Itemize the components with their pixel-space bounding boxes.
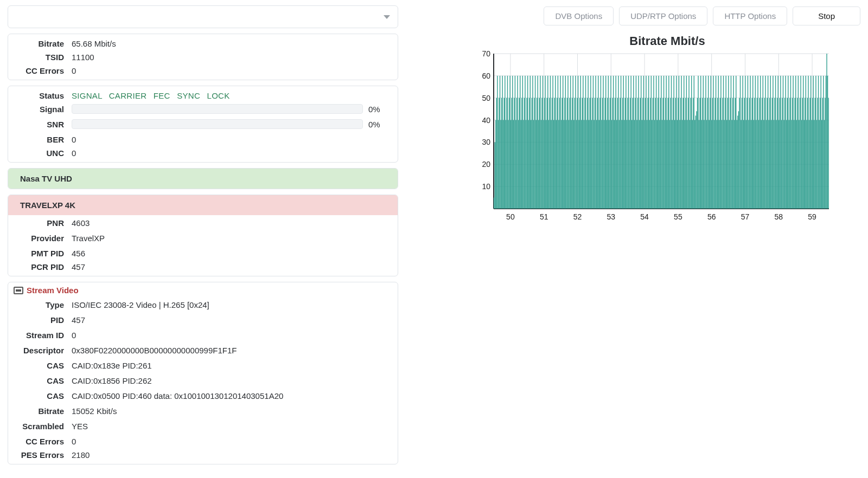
svg-rect-243 xyxy=(668,98,668,209)
svg-rect-412 xyxy=(809,98,810,209)
svg-rect-268 xyxy=(688,76,689,209)
svg-rect-282 xyxy=(700,76,701,209)
svg-text:40: 40 xyxy=(482,116,490,125)
svg-rect-176 xyxy=(611,120,612,209)
svg-rect-120 xyxy=(564,98,565,209)
svg-rect-416 xyxy=(813,76,814,209)
svg-rect-391 xyxy=(792,98,793,209)
svg-rect-341 xyxy=(750,76,750,209)
svg-rect-91 xyxy=(540,76,540,209)
svg-rect-354 xyxy=(761,120,762,209)
svg-rect-286 xyxy=(704,120,704,209)
svg-rect-125 xyxy=(569,120,569,209)
svg-rect-251 xyxy=(674,120,675,209)
svg-rect-128 xyxy=(571,120,571,209)
svg-rect-149 xyxy=(589,120,589,209)
snr-progressbar xyxy=(72,119,363,129)
svg-rect-44 xyxy=(500,120,501,209)
svg-rect-237 xyxy=(662,98,663,209)
svg-rect-211 xyxy=(641,76,641,209)
svg-rect-287 xyxy=(705,98,705,209)
svg-rect-75 xyxy=(526,98,527,209)
svg-rect-347 xyxy=(755,76,756,209)
svg-rect-130 xyxy=(573,76,573,209)
value-unc: 0 xyxy=(72,148,391,158)
dvb-options-button[interactable]: DVB Options xyxy=(544,7,614,25)
http-options-button[interactable]: HTTP Options xyxy=(713,7,787,25)
svg-rect-434 xyxy=(828,98,828,209)
svg-rect-89 xyxy=(538,120,539,209)
svg-rect-179 xyxy=(614,120,614,209)
value-signal: 0% xyxy=(368,105,391,114)
svg-rect-234 xyxy=(660,98,661,209)
svg-rect-66 xyxy=(519,98,519,209)
svg-rect-90 xyxy=(539,98,540,209)
svg-rect-308 xyxy=(722,98,723,209)
svg-rect-178 xyxy=(613,76,614,209)
label-pnr: PNR xyxy=(15,218,72,228)
svg-rect-223 xyxy=(651,76,652,209)
svg-rect-164 xyxy=(601,120,602,209)
stop-button[interactable]: Stop xyxy=(793,7,860,25)
svg-rect-192 xyxy=(625,98,626,209)
svg-rect-370 xyxy=(774,98,775,209)
svg-rect-404 xyxy=(803,76,803,209)
svg-rect-323 xyxy=(735,98,736,209)
svg-rect-272 xyxy=(692,120,693,209)
svg-rect-355 xyxy=(762,98,762,209)
svg-rect-199 xyxy=(630,76,631,209)
svg-rect-150 xyxy=(590,98,590,209)
svg-rect-271 xyxy=(691,76,692,209)
svg-rect-229 xyxy=(656,76,656,209)
svg-rect-373 xyxy=(777,98,777,209)
svg-rect-197 xyxy=(629,120,629,209)
svg-rect-163 xyxy=(601,76,601,209)
svg-rect-259 xyxy=(681,76,681,209)
svg-rect-188 xyxy=(621,120,622,209)
service-travelxp-header[interactable]: TRAVELXP 4K xyxy=(8,195,398,215)
svg-text:51: 51 xyxy=(540,212,548,221)
svg-text:50: 50 xyxy=(482,94,490,102)
svg-rect-216 xyxy=(645,98,646,209)
svg-rect-122 xyxy=(566,120,566,209)
svg-rect-379 xyxy=(782,98,782,209)
svg-rect-220 xyxy=(648,76,649,209)
svg-rect-377 xyxy=(780,76,781,209)
svg-rect-77 xyxy=(528,120,529,209)
udp-rtp-options-button[interactable]: UDP/RTP Options xyxy=(619,7,707,25)
bitrate-chart: 1020304050607050515253545556575859 xyxy=(474,50,832,224)
svg-rect-433 xyxy=(827,76,828,209)
svg-rect-175 xyxy=(610,76,611,209)
svg-rect-98 xyxy=(546,120,546,209)
svg-rect-326 xyxy=(737,115,738,209)
svg-rect-385 xyxy=(787,98,788,209)
svg-rect-269 xyxy=(690,120,690,209)
svg-rect-131 xyxy=(573,120,574,209)
svg-rect-422 xyxy=(818,76,819,209)
svg-text:70: 70 xyxy=(482,50,490,58)
service-travelxp: TRAVELXP 4K PNR4603 ProviderTravelXP PMT… xyxy=(8,195,398,276)
svg-rect-82 xyxy=(532,76,533,209)
svg-rect-303 xyxy=(718,76,719,209)
service-nasa[interactable]: Nasa TV UHD xyxy=(8,168,398,189)
svg-rect-37 xyxy=(495,142,495,209)
label-stream-cc: CC Errors xyxy=(15,437,72,446)
svg-text:10: 10 xyxy=(482,182,490,191)
svg-rect-144 xyxy=(584,98,585,209)
svg-rect-45 xyxy=(501,98,502,209)
svg-rect-111 xyxy=(557,98,557,209)
svg-rect-381 xyxy=(783,120,784,209)
svg-rect-48 xyxy=(504,98,505,209)
svg-rect-368 xyxy=(773,76,773,209)
svg-rect-109 xyxy=(555,76,556,209)
svg-rect-171 xyxy=(607,98,608,209)
svg-rect-152 xyxy=(591,120,592,209)
svg-rect-332 xyxy=(742,76,743,209)
source-select[interactable] xyxy=(8,5,398,28)
stream-video-header[interactable]: Stream Video xyxy=(8,282,398,297)
label-cas2: CAS xyxy=(15,376,72,385)
svg-rect-358 xyxy=(764,98,765,209)
svg-rect-274 xyxy=(694,76,694,209)
film-icon xyxy=(14,287,23,294)
svg-rect-231 xyxy=(658,98,658,209)
